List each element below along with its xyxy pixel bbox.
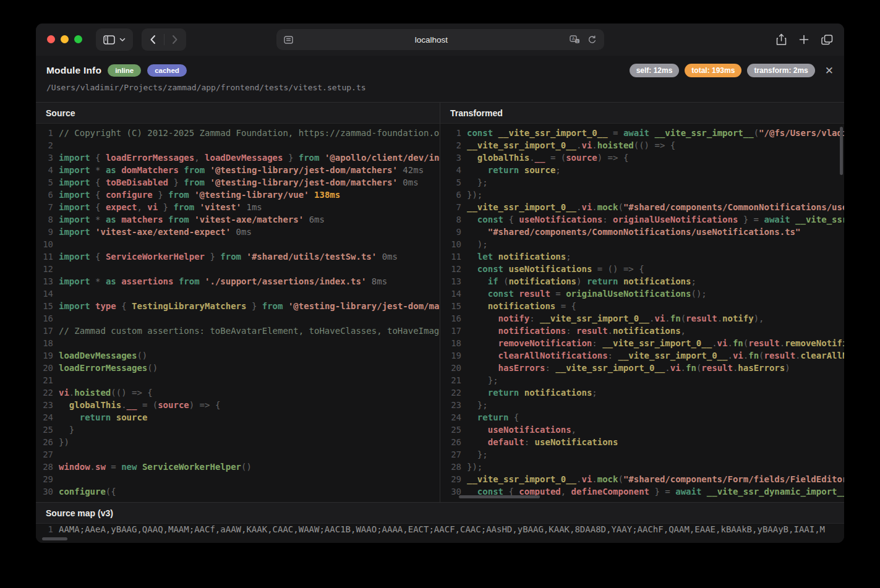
code-line: 14 (37, 288, 440, 300)
line-number: 21 (445, 374, 461, 386)
line-number: 26 (445, 436, 461, 448)
line-number: 13 (37, 275, 53, 288)
svg-text:文: 文 (576, 40, 579, 43)
share-icon[interactable] (776, 33, 787, 46)
code-line: 28}); (445, 461, 844, 473)
code-line: 27 (37, 448, 440, 461)
close-panel-button[interactable]: ✕ (825, 66, 834, 76)
line-number: 8 (37, 213, 53, 226)
nav-buttons (142, 28, 186, 51)
code-line: 14 const result = originalUseNotificatio… (445, 288, 844, 300)
line-number: 20 (445, 362, 461, 374)
line-number: 4 (445, 164, 461, 176)
code-line: 25 useNotifications, (445, 424, 844, 436)
zoom-window-button[interactable] (74, 35, 82, 43)
sidebar-toggle-button[interactable] (96, 28, 133, 51)
new-tab-icon[interactable] (799, 35, 809, 45)
close-window-button[interactable] (47, 35, 55, 43)
sourcemap-scrollbar-thumb[interactable] (42, 537, 67, 540)
line-number: 18 (445, 337, 461, 349)
timing-self-badge: self: 12ms (630, 64, 680, 77)
code-line: 20 hasErrors: __vite_ssr_import_0__.vi.f… (445, 362, 844, 374)
back-button[interactable] (142, 28, 164, 51)
code-line: 3import { loadErrorMessages, loadDevMess… (37, 151, 440, 164)
line-number: 9 (445, 226, 461, 238)
code-line: 18 (37, 337, 440, 349)
horizontal-scrollbar-thumb[interactable] (459, 495, 540, 498)
line-number: 7 (37, 201, 53, 213)
line-number: 27 (445, 448, 461, 461)
code-line: 13 if (notifications) return notificatio… (445, 275, 844, 288)
code-line: 30configure({ (37, 485, 440, 498)
code-line: 2__vite_ssr_import_0__.vi.hoisted(() => … (445, 139, 844, 151)
line-number: 16 (445, 312, 461, 325)
source-code[interactable]: 1// Copyright (C) 2012-2025 Zammad Found… (36, 124, 440, 502)
line-number: 5 (37, 176, 53, 189)
source-panel-title: Source (36, 103, 440, 124)
translate-icon[interactable]: A 文 (570, 35, 580, 44)
page-settings-icon[interactable] (284, 36, 293, 44)
code-line: 19loadDevMessages() (37, 349, 440, 362)
line-number: 11 (445, 250, 461, 263)
code-line: 16 (37, 312, 440, 325)
line-number: 28 (445, 461, 461, 473)
forward-button[interactable] (164, 28, 186, 51)
minimize-window-button[interactable] (61, 35, 69, 43)
line-number: 23 (37, 399, 53, 411)
code-line: 4 return source; (445, 164, 844, 176)
address-bar[interactable]: localhost A 文 (276, 29, 604, 50)
code-line: 7import { expect, vi } from 'vitest' 1ms (37, 201, 440, 213)
badge-inline: inline (108, 64, 141, 77)
sourcemap-code[interactable]: 1AAMA;AAeA,yBAAG,QAAQ,MAAM;AACf,aAAW,KAA… (36, 522, 844, 543)
code-line: 1const __vite_ssr_import_0__ = await __v… (445, 127, 844, 139)
code-line: 5import { toBeDisabled } from '@testing-… (37, 176, 440, 189)
code-line: 24 return source (37, 411, 440, 424)
code-line: 10 ); (445, 238, 844, 250)
code-line: 13import * as assertions from './support… (37, 275, 440, 288)
line-number: 15 (37, 300, 53, 312)
badge-cached: cached (147, 64, 187, 77)
line-number: 18 (37, 337, 53, 349)
browser-window: localhost A 文 (36, 23, 844, 543)
line-number: 4 (37, 164, 53, 176)
line-number: 7 (445, 201, 461, 213)
line-number: 24 (37, 411, 53, 424)
code-line: 1AAMA;AAeA,yBAAG,QAAQ,MAAM;AACf,aAAW,KAA… (37, 523, 844, 535)
tab-overview-icon[interactable] (821, 35, 833, 45)
line-number: 3 (37, 151, 53, 164)
line-number: 29 (445, 473, 461, 485)
line-number: 9 (37, 226, 53, 238)
line-number: 21 (37, 374, 53, 386)
code-line: 11import { ServiceWorkerHelper } from '#… (37, 250, 440, 263)
transformed-code[interactable]: 1const __vite_ssr_import_0__ = await __v… (440, 124, 844, 502)
line-number: 5 (445, 176, 461, 189)
code-line: 15 notifications = { (445, 300, 844, 312)
line-number: 25 (445, 424, 461, 436)
code-line: 29 (37, 473, 440, 485)
code-line: 17// Zammad custom assertions: toBeAvata… (37, 325, 440, 337)
line-number: 19 (37, 349, 53, 362)
code-line: 6}); (445, 189, 844, 201)
reload-icon[interactable] (587, 35, 597, 45)
window-controls (47, 35, 82, 43)
line-number: 17 (445, 325, 461, 337)
line-number: 6 (37, 189, 53, 201)
vertical-scrollbar-thumb[interactable] (840, 127, 843, 175)
url-text: localhost (293, 35, 570, 45)
line-number: 11 (37, 250, 53, 263)
line-number: 22 (445, 386, 461, 399)
code-line: 4import * as domMatchers from '@testing-… (37, 164, 440, 176)
line-number: 29 (37, 473, 53, 485)
line-number: 1 (37, 523, 53, 535)
code-line: 22vi.hoisted(() => { (37, 386, 440, 399)
code-line: 27 }; (445, 448, 844, 461)
line-number: 2 (37, 139, 53, 151)
chevron-down-icon (119, 38, 126, 42)
sourcemap-section: Source map (v3) 1AAMA;AAeA,yBAAG,QAAQ,MA… (36, 502, 844, 543)
code-line: 6import { configure } from '@testing-lib… (37, 189, 440, 201)
sourcemap-title: Source map (v3) (36, 503, 844, 524)
line-number: 13 (445, 275, 461, 288)
line-number: 10 (445, 238, 461, 250)
line-number: 19 (445, 349, 461, 362)
line-number: 14 (445, 288, 461, 300)
